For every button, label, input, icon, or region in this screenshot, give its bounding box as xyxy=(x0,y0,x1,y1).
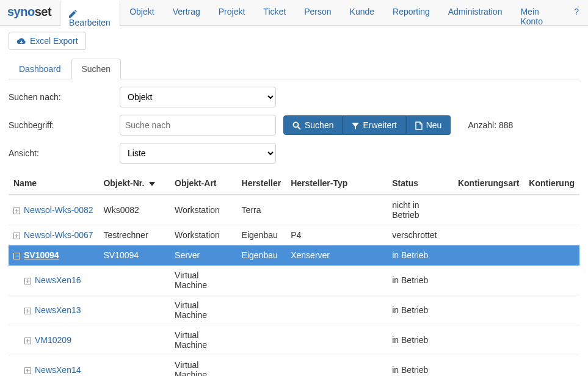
cell-objekt-nr: SV10094 xyxy=(98,245,170,266)
table-row[interactable]: SV10094 SV10094 Server Eigenbau Xenserve… xyxy=(9,245,579,266)
row-name-link[interactable]: NewsXen13 xyxy=(35,305,81,315)
cell-objekt-nr: Wks0082 xyxy=(98,195,170,225)
document-icon xyxy=(415,120,423,130)
cell-status: in Betrieb xyxy=(387,295,453,325)
brand-part1: syno xyxy=(7,5,35,18)
suchen-button-label: Suchen xyxy=(305,120,333,130)
erweitert-button[interactable]: Erweitert xyxy=(343,115,405,135)
cell-kontierungsart xyxy=(453,225,524,245)
row-name-link[interactable]: Newsol-Wks-0082 xyxy=(24,205,93,215)
row-name-link[interactable]: NewsXen14 xyxy=(35,365,81,375)
col-kontierung[interactable]: Kontierung xyxy=(524,172,579,195)
erweitert-button-label: Erweitert xyxy=(363,120,396,130)
subtab-dashboard[interactable]: Dashboard xyxy=(9,59,71,79)
collapse-icon[interactable] xyxy=(13,250,20,260)
expand-icon[interactable] xyxy=(13,205,20,215)
nav-item-label: Mein Konto xyxy=(520,7,543,26)
nav-item--[interactable]: ? xyxy=(565,0,588,25)
col-objekt-art[interactable]: Objekt-Art xyxy=(170,172,237,195)
subtabs: DashboardSuchen xyxy=(9,59,579,79)
brand-part2: set xyxy=(35,5,51,18)
ansicht-select[interactable]: Liste xyxy=(120,143,276,164)
expand-icon[interactable] xyxy=(24,335,31,345)
nav-item-label: Objekt xyxy=(129,7,154,16)
cell-objekt-nr xyxy=(98,295,170,325)
table-row[interactable]: Newsol-Wks-0082 Wks0082 Workstation Terr… xyxy=(9,195,579,225)
expand-icon[interactable] xyxy=(13,230,20,240)
table-row[interactable]: NewsXen14 Virtual Machine in Betrieb xyxy=(9,355,579,376)
suchen-nach-select[interactable]: Objekt xyxy=(120,87,276,107)
content-area: Excel Export DashboardSuchen Suchen nach… xyxy=(0,26,588,376)
cell-kontierung xyxy=(524,325,579,355)
table-row[interactable]: NewsXen13 Virtual Machine in Betrieb xyxy=(9,295,579,325)
cell-objekt-nr: Testrechner xyxy=(98,225,170,245)
nav-item-bearbeiten[interactable]: Bearbeiten xyxy=(60,0,120,26)
subtab-suchen[interactable]: Suchen xyxy=(71,59,121,79)
col-objekt-nr[interactable]: Objekt-Nr. xyxy=(98,172,170,195)
col-kontierungsart[interactable]: Kontierungsart xyxy=(453,172,524,195)
filter-icon xyxy=(352,120,359,130)
col-name[interactable]: Name xyxy=(9,172,98,195)
suchbegriff-input[interactable] xyxy=(120,115,276,136)
nav-item-projekt[interactable]: Projekt xyxy=(209,0,255,25)
cell-hersteller-typ: P4 xyxy=(286,225,387,245)
cell-status: in Betrieb xyxy=(387,325,453,355)
nav-item-label: Bearbeiten xyxy=(69,18,111,27)
cell-kontierung xyxy=(524,266,579,295)
cell-hersteller-typ xyxy=(286,266,387,295)
cell-kontierung xyxy=(524,355,579,376)
cell-kontierung xyxy=(524,195,579,225)
row-name-link[interactable]: SV10094 xyxy=(24,250,59,260)
nav-item-label: Vertrag xyxy=(173,7,200,16)
nav-item-label: ? xyxy=(574,7,579,16)
cell-kontierungsart xyxy=(453,355,524,376)
cell-objekt-art: Virtual Machine xyxy=(170,325,237,355)
action-button-group: Suchen Erweitert Neu xyxy=(283,115,451,135)
row-name-link[interactable]: VM10209 xyxy=(35,335,71,345)
nav-item-ticket[interactable]: Ticket xyxy=(254,0,295,25)
edit-icon xyxy=(69,8,77,18)
caret-down-icon xyxy=(149,178,155,188)
row-name-link[interactable]: Newsol-Wks-0067 xyxy=(24,230,93,240)
suchen-button[interactable]: Suchen xyxy=(283,115,343,135)
excel-export-button[interactable]: Excel Export xyxy=(9,32,86,50)
nav-item-label: Person xyxy=(304,7,331,16)
cell-hersteller-typ: Xenserver xyxy=(286,245,387,266)
nav-item-administration[interactable]: Administration xyxy=(439,0,512,25)
svg-line-1 xyxy=(298,127,300,129)
expand-icon[interactable] xyxy=(24,275,31,285)
table-row[interactable]: Newsol-Wks-0067 Testrechner Workstation … xyxy=(9,225,579,245)
nav-item-mein-konto[interactable]: Mein Konto xyxy=(511,0,565,25)
table-row[interactable]: NewsXen16 Virtual Machine in Betrieb xyxy=(9,266,579,295)
excel-export-label: Excel Export xyxy=(30,36,78,46)
nav-item-person[interactable]: Person xyxy=(295,0,340,25)
col-status[interactable]: Status xyxy=(387,172,453,195)
nav-item-objekt[interactable]: Objekt xyxy=(120,0,163,25)
nav-item-reporting[interactable]: Reporting xyxy=(383,0,439,25)
cell-kontierungsart xyxy=(453,295,524,325)
cell-objekt-nr xyxy=(98,266,170,295)
cell-kontierung xyxy=(524,245,579,266)
cell-hersteller xyxy=(237,295,286,325)
cell-hersteller-typ xyxy=(286,295,387,325)
cell-objekt-nr xyxy=(98,355,170,376)
row-name-link[interactable]: NewsXen16 xyxy=(35,275,81,285)
cell-kontierung xyxy=(524,295,579,325)
col-hersteller-typ[interactable]: Hersteller-Typ xyxy=(286,172,387,195)
neu-button[interactable]: Neu xyxy=(406,115,451,135)
nav-item-vertrag[interactable]: Vertrag xyxy=(164,0,209,25)
cell-status: verschrottet xyxy=(387,225,453,245)
col-hersteller[interactable]: Hersteller xyxy=(237,172,286,195)
nav-item-label: Ticket xyxy=(263,7,286,16)
nav-item-kunde[interactable]: Kunde xyxy=(341,0,383,25)
cell-status: in Betrieb xyxy=(387,355,453,376)
expand-icon[interactable] xyxy=(24,365,31,375)
expand-icon[interactable] xyxy=(24,305,31,315)
cell-hersteller-typ xyxy=(286,195,387,225)
cell-objekt-art: Server xyxy=(170,245,237,266)
table-row[interactable]: VM10209 Virtual Machine in Betrieb xyxy=(9,325,579,355)
suchbegriff-label: Suchbegriff: xyxy=(9,120,112,130)
nav-item-label: Reporting xyxy=(393,7,430,16)
ansicht-label: Ansicht: xyxy=(9,148,112,158)
cell-hersteller xyxy=(237,355,286,376)
